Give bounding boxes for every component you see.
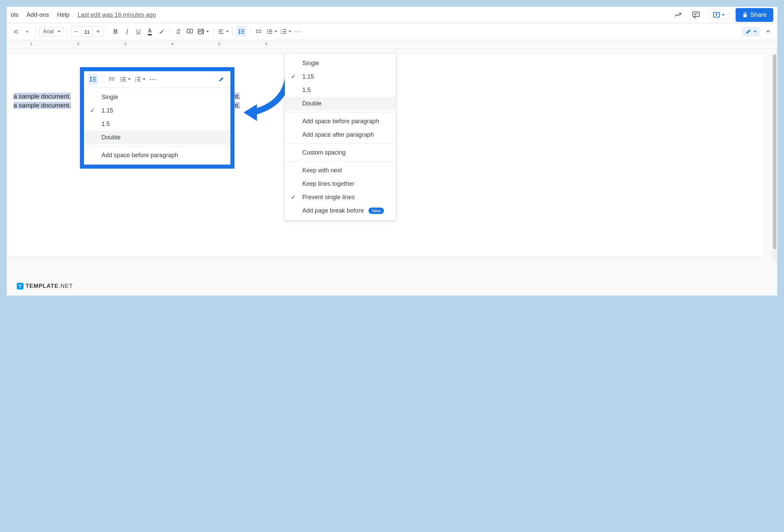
svg-rect-46 [137, 81, 140, 81]
pencil-icon [746, 29, 751, 34]
svg-rect-21 [269, 31, 272, 32]
svg-point-35 [120, 77, 121, 78]
svg-point-37 [120, 79, 121, 80]
check-icon: ✓ [291, 193, 296, 201]
callout-toolbar: 123 ⋯ [84, 71, 230, 87]
callout-box: 123 ⋯ Single ✓1.15 1.5 Double Add space … [80, 67, 234, 169]
checklist-button[interactable] [254, 26, 264, 37]
keep-lines-together[interactable]: Keep lines together [285, 177, 396, 190]
ruler-tick-1: 1 [30, 41, 32, 46]
callout-line-spacing-button[interactable] [88, 74, 98, 85]
spacing-115[interactable]: ✓1.15 [285, 70, 396, 83]
callout-spacing-double[interactable]: Double [84, 131, 230, 144]
chevron-down-icon[interactable]: ▼ [22, 26, 32, 37]
line-spacing-menu: Single ✓1.15 1.5 Double Add space before… [285, 54, 396, 220]
callout-more-button[interactable]: ⋯ [148, 74, 158, 85]
insert-link-button[interactable] [173, 26, 184, 37]
keep-with-next[interactable]: Keep with next [285, 164, 396, 177]
callout-checklist-button[interactable] [107, 74, 117, 85]
share-button[interactable]: Share [736, 8, 773, 22]
check-icon: ✓ [291, 73, 296, 80]
callout-spacing-15[interactable]: 1.5 [84, 117, 230, 131]
present-button[interactable] [708, 10, 730, 20]
scrollbar[interactable] [772, 54, 777, 262]
align-button[interactable] [217, 26, 229, 37]
svg-point-22 [267, 33, 268, 34]
editing-mode-button[interactable] [743, 27, 760, 36]
font-family-dropdown[interactable]: Arial [39, 27, 63, 36]
callout-bullet-list-button[interactable] [118, 74, 131, 85]
toolbar: xt ▼ Arial − + B I U A [7, 23, 777, 40]
lock-icon [743, 12, 748, 18]
ruler-tick-4: 4 [171, 41, 173, 46]
add-space-before[interactable]: Add space before paragraph [285, 114, 396, 128]
more-options-button[interactable]: ⋯ [293, 26, 303, 37]
scroll-thumb[interactable] [773, 54, 776, 249]
app-window: ols Add-ons Help Last edit was 16 minute… [7, 7, 777, 296]
svg-point-9 [202, 30, 203, 31]
font-size-input[interactable] [81, 27, 93, 37]
italic-button[interactable]: I [122, 26, 132, 37]
comments-icon[interactable] [690, 9, 702, 21]
watermark-text: TEMPLATE.NET [26, 283, 73, 289]
add-comment-button[interactable] [185, 26, 195, 37]
svg-rect-38 [122, 79, 125, 80]
style-dropdown[interactable]: xt [11, 26, 21, 37]
decrease-font-button[interactable]: − [71, 27, 81, 37]
custom-spacing[interactable]: Custom spacing [285, 146, 396, 159]
prevent-single-lines[interactable]: ✓Prevent single lines [285, 190, 396, 204]
text-color-button[interactable]: A [145, 26, 155, 37]
bullet-list-button[interactable] [265, 26, 278, 37]
spacing-single[interactable]: Single [285, 56, 396, 70]
pencil-icon [219, 77, 224, 82]
callout-numbered-list-button[interactable]: 123 [133, 74, 146, 85]
insert-image-button[interactable] [196, 26, 209, 37]
callout-pencil-button[interactable] [216, 74, 226, 85]
svg-rect-27 [283, 31, 286, 32]
svg-text:3: 3 [280, 33, 282, 35]
increase-font-button[interactable]: + [93, 27, 103, 37]
callout-spacing-115[interactable]: ✓1.15 [84, 104, 230, 117]
page-break-before[interactable]: Add page break beforeNew [285, 204, 396, 217]
menu-help[interactable]: Help [57, 11, 69, 19]
watermark: T TEMPLATE.NET [17, 283, 73, 289]
callout-add-space-before[interactable]: Add space before paragraph [84, 148, 230, 162]
add-space-after[interactable]: Add space after paragraph [285, 128, 396, 141]
svg-rect-29 [283, 33, 286, 34]
spacing-double[interactable]: Double [285, 97, 396, 110]
svg-rect-40 [122, 81, 125, 81]
svg-rect-4 [744, 15, 747, 17]
spacing-15[interactable]: 1.5 [285, 83, 396, 97]
collapse-toolbar-button[interactable] [763, 26, 773, 37]
callout-spacing-single[interactable]: Single [84, 90, 230, 104]
svg-rect-19 [269, 30, 272, 30]
share-label: Share [750, 11, 766, 19]
ruler[interactable]: 1 2 3 4 5 6 [7, 40, 777, 48]
numbered-list-button[interactable]: 123 [279, 26, 292, 37]
activity-icon[interactable] [672, 9, 684, 21]
watermark-logo-icon: T [17, 283, 24, 289]
highlight-button[interactable] [156, 26, 166, 37]
menubar-left: ols Add-ons Help Last edit was 16 minute… [11, 11, 156, 19]
new-badge: New [368, 207, 384, 214]
font-size-box: − + [71, 26, 104, 37]
bold-button[interactable]: B [111, 26, 120, 37]
check-icon: ✓ [90, 107, 95, 114]
svg-point-39 [120, 81, 121, 82]
ruler-tick-5: 5 [218, 41, 220, 46]
menu-tools[interactable]: ols [11, 11, 19, 19]
ruler-tick-3: 3 [124, 41, 126, 46]
svg-rect-23 [269, 33, 272, 34]
svg-point-20 [267, 31, 268, 32]
svg-rect-44 [137, 79, 140, 80]
menu-addons[interactable]: Add-ons [27, 11, 49, 19]
underline-button[interactable]: U [133, 26, 143, 37]
svg-point-18 [267, 30, 268, 31]
last-edit-link[interactable]: Last edit was 16 minutes ago [78, 11, 156, 19]
ruler-tick-6: 6 [265, 41, 268, 46]
line-spacing-button[interactable] [236, 26, 247, 37]
svg-rect-42 [137, 77, 140, 78]
menubar: ols Add-ons Help Last edit was 16 minute… [7, 7, 777, 23]
svg-rect-0 [693, 12, 699, 17]
svg-text:3: 3 [135, 80, 136, 82]
